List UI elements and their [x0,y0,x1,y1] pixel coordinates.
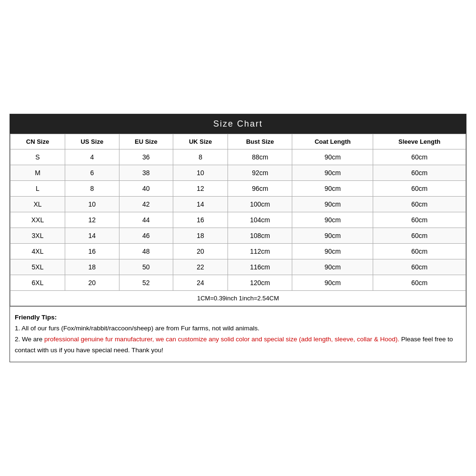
table-cell: 116cm [228,259,292,275]
table-cell: 3XL [10,228,65,244]
table-cell: 46 [119,228,173,244]
tip-line1: 1. All of our furs (Fox/mink/rabbit/racc… [15,323,461,334]
table-cell: 104cm [228,212,292,228]
table-cell: 6 [65,165,119,181]
col-header: EU Size [119,134,173,149]
table-row: 4XL164820112cm90cm60cm [10,244,466,259]
table-cell: 10 [173,165,228,181]
table-row: 6XL205224120cm90cm60cm [10,275,466,291]
table-row: L8401296cm90cm60cm [10,181,466,197]
col-header: Coat Length [292,134,373,149]
col-header: Sleeve Length [373,134,466,149]
table-cell: 112cm [228,244,292,259]
table-cell: 44 [119,212,173,228]
table-cell: 96cm [228,181,292,197]
table-header-row: CN SizeUS SizeEU SizeUK SizeBust SizeCoa… [10,134,466,149]
table-cell: 90cm [292,244,373,259]
table-cell: 12 [65,212,119,228]
table-cell: 22 [173,259,228,275]
tip-line2-red: professional genuine fur manufacturer, w… [44,336,399,343]
table-row: 3XL144618108cm90cm60cm [10,228,466,244]
size-chart-wrapper: Size Chart CN SizeUS SizeEU SizeUK SizeB… [10,114,466,362]
table-cell: 60cm [373,197,466,212]
table-cell: 90cm [292,181,373,197]
table-cell: 24 [173,275,228,291]
table-row: M6381092cm90cm60cm [10,165,466,181]
table-cell: 60cm [373,181,466,197]
table-cell: 16 [173,212,228,228]
table-cell: 60cm [373,259,466,275]
table-cell: 100cm [228,197,292,212]
conversion-row: 1CM=0.39inch 1inch=2.54CM [10,291,466,306]
table-cell: 40 [119,181,173,197]
table-cell: 18 [173,228,228,244]
table-cell: 90cm [292,275,373,291]
table-cell: 120cm [228,275,292,291]
table-cell: 92cm [228,165,292,181]
col-header: CN Size [10,134,65,149]
outer-container: Size Chart CN SizeUS SizeEU SizeUK SizeB… [10,114,466,362]
table-cell: 60cm [373,165,466,181]
tip-line2: 2. We are professional genuine fur manuf… [15,334,461,356]
table-cell: 60cm [373,149,466,165]
table-cell: 50 [119,259,173,275]
table-cell: S [10,149,65,165]
table-cell: XXL [10,212,65,228]
table-cell: 90cm [292,212,373,228]
table-cell: 90cm [292,165,373,181]
table-cell: 60cm [373,228,466,244]
table-cell: 60cm [373,212,466,228]
table-cell: 88cm [228,149,292,165]
table-cell: 16 [65,244,119,259]
table-cell: 8 [65,181,119,197]
col-header: UK Size [173,134,228,149]
table-cell: 6XL [10,275,65,291]
table-cell: 4XL [10,244,65,259]
table-cell: 14 [173,197,228,212]
tips-title: Friendly Tips: [15,312,461,323]
table-cell: 90cm [292,259,373,275]
tips-section: Friendly Tips: 1. All of our furs (Fox/m… [10,306,466,362]
chart-title: Size Chart [10,114,466,134]
col-header: US Size [65,134,119,149]
table-cell: 38 [119,165,173,181]
table-cell: L [10,181,65,197]
table-cell: 12 [173,181,228,197]
size-table: CN SizeUS SizeEU SizeUK SizeBust SizeCoa… [10,134,466,306]
table-cell: M [10,165,65,181]
table-cell: 42 [119,197,173,212]
table-cell: 52 [119,275,173,291]
table-cell: 60cm [373,244,466,259]
table-cell: 8 [173,149,228,165]
table-cell: 90cm [292,197,373,212]
table-cell: 20 [65,275,119,291]
table-cell: 20 [173,244,228,259]
table-row: S436888cm90cm60cm [10,149,466,165]
table-row: XXL124416104cm90cm60cm [10,212,466,228]
table-cell: 4 [65,149,119,165]
table-cell: 18 [65,259,119,275]
table-cell: 36 [119,149,173,165]
table-cell: 90cm [292,228,373,244]
table-cell: 90cm [292,149,373,165]
table-cell: XL [10,197,65,212]
table-row: XL104214100cm90cm60cm [10,197,466,212]
table-cell: 14 [65,228,119,244]
col-header: Bust Size [228,134,292,149]
tips-title-text: Friendly Tips: [15,314,57,321]
table-row: 5XL185022116cm90cm60cm [10,259,466,275]
conversion-text: 1CM=0.39inch 1inch=2.54CM [10,291,466,306]
table-cell: 108cm [228,228,292,244]
tip-line2-black1: 2. We are [15,336,44,343]
table-cell: 48 [119,244,173,259]
table-cell: 10 [65,197,119,212]
table-cell: 60cm [373,275,466,291]
table-cell: 5XL [10,259,65,275]
